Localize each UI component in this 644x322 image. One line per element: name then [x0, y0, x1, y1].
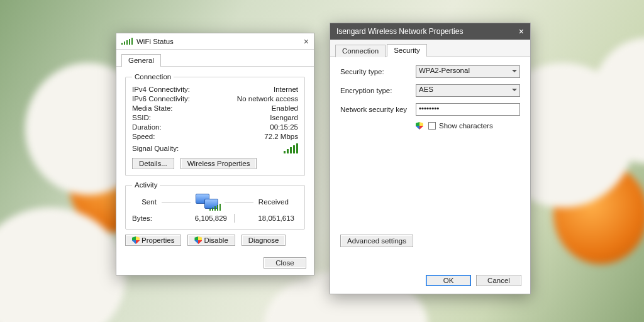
close-icon[interactable]: ×	[519, 26, 524, 36]
network-key-input[interactable]: ••••••••	[416, 103, 520, 116]
wallpaper	[0, 0, 644, 322]
wireless-properties-button[interactable]: Wireless Properties	[180, 158, 257, 169]
activity-legend: Activity	[132, 181, 160, 189]
activity-group: Activity Sent Received Bytes: 6,105,829 …	[125, 181, 305, 230]
ipv4-value: Internet	[274, 86, 298, 93]
titlebar[interactable]: Isengard Wireless Network Properties ×	[330, 23, 530, 40]
media-label: Media State:	[132, 104, 173, 112]
shield-icon	[194, 236, 202, 244]
close-button[interactable]: Close	[264, 257, 306, 269]
close-icon[interactable]: ×	[304, 36, 309, 47]
tab-connection[interactable]: Connection	[335, 45, 386, 57]
details-button[interactable]: Details...	[132, 158, 174, 169]
bytes-sent: 6,105,829	[170, 214, 231, 222]
tabstrip: General	[116, 50, 314, 67]
window-title: Isengard Wireless Network Properties	[336, 27, 463, 36]
speed-label: Speed:	[132, 133, 155, 140]
properties-button-label: Properties	[142, 236, 174, 244]
wifi-icon	[121, 38, 133, 45]
window-title: WiFi Status	[136, 38, 174, 45]
encryption-type-label: Encryption type:	[340, 87, 416, 94]
network-key-label: Network security key	[340, 106, 416, 113]
shield-icon	[416, 122, 423, 130]
tabstrip: Connection Security	[330, 40, 530, 57]
tab-security[interactable]: Security	[387, 44, 427, 57]
ssid-label: SSID:	[132, 114, 151, 121]
sent-label: Sent	[142, 198, 157, 206]
divider	[225, 202, 253, 203]
connection-group: Connection IPv4 Connectivity:Internet IP…	[125, 73, 305, 176]
ssid-value: Isengard	[270, 114, 298, 121]
speed-value: 72.2 Mbps	[264, 133, 298, 140]
connection-legend: Connection	[132, 73, 174, 80]
titlebar[interactable]: WiFi Status ×	[116, 33, 314, 50]
security-type-select[interactable]: WPA2-Personal	[416, 65, 520, 78]
disable-button-label: Disable	[204, 236, 228, 244]
divider	[162, 202, 191, 203]
signal-label: Signal Quality:	[132, 145, 179, 152]
ipv6-value: No network access	[237, 95, 298, 103]
signal-bars-icon	[284, 143, 298, 153]
encryption-type-select[interactable]: AES	[416, 84, 520, 97]
disable-button[interactable]: Disable	[187, 235, 235, 246]
security-type-label: Security type:	[340, 68, 416, 75]
show-characters-label: Show characters	[439, 122, 493, 130]
shield-icon	[132, 236, 140, 244]
network-properties-window: Isengard Wireless Network Properties × C…	[330, 23, 531, 294]
divider	[234, 214, 235, 223]
wifi-status-window: WiFi Status × General Connection IPv4 Co…	[116, 33, 314, 275]
advanced-settings-button[interactable]: Advanced settings	[340, 235, 413, 247]
received-label: Received	[258, 198, 289, 206]
bytes-label: Bytes:	[132, 214, 170, 222]
show-characters-checkbox[interactable]	[428, 122, 436, 130]
media-value: Enabled	[272, 104, 298, 112]
duration-value: 00:15:25	[270, 123, 298, 131]
bytes-received: 18,051,613	[237, 214, 298, 222]
ipv4-label: IPv4 Connectivity:	[132, 86, 190, 93]
duration-label: Duration:	[132, 123, 162, 131]
properties-button[interactable]: Properties	[125, 235, 181, 246]
ipv6-label: IPv6 Connectivity:	[132, 95, 190, 103]
diagnose-button[interactable]: Diagnose	[242, 235, 286, 246]
ok-button[interactable]: OK	[426, 275, 471, 286]
network-activity-icon	[196, 194, 219, 210]
cancel-button[interactable]: Cancel	[476, 275, 521, 286]
tab-general[interactable]: General	[121, 54, 161, 67]
